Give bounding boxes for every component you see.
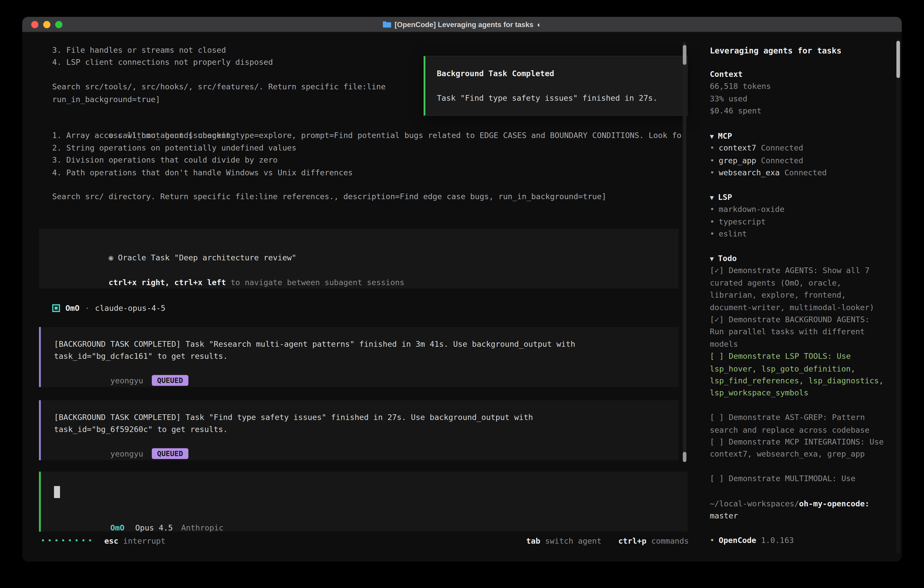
checkbox-checked-icon: [✓] — [710, 315, 724, 324]
chat-scrollbar[interactable] — [683, 42, 686, 462]
workspace-branch: master — [710, 510, 894, 522]
bullet-icon: • — [710, 536, 714, 545]
esc-key-label: interrupt — [123, 536, 165, 545]
todo-item-pending: [ ]Demonstrate MULTIMODAL: Use — [710, 473, 888, 485]
checkbox-empty-icon: [ ] — [710, 352, 724, 361]
oracle-hint-keys: ctrl+x right, ctrl+x left — [109, 278, 226, 287]
sidebar-scrollbar-thumb[interactable] — [896, 41, 900, 78]
todo-item-pending: [ ]Demonstrate AST-GREP: Pattern search … — [710, 412, 888, 436]
message-text-line: [BACKGROUND TASK COMPLETED] Task "Find t… — [54, 411, 679, 424]
message-text-line: task_id="bg_6f59260c" to get results. — [54, 424, 679, 436]
mcp-item: •grep_app Connected — [710, 155, 827, 167]
tool-call-line — [52, 179, 686, 191]
prompt-input[interactable]: OmOOpus 4.5Anthropic — [39, 472, 688, 532]
todo-item-active: [ ]Demonstrate LSP TOOLS: Use lsp_hover,… — [710, 351, 888, 400]
todo-section: ▼Todo [✓]Demonstrate AGENTS: Show all 7 … — [710, 253, 888, 485]
context-section: Context 66,518 tokens 33% used $0.46 spe… — [710, 68, 771, 117]
context-tokens: 66,518 tokens — [710, 81, 771, 93]
scrollback-line: 3. File handles or streams not closed — [52, 45, 386, 57]
minimize-window-button[interactable] — [43, 21, 51, 28]
todo-item-done: [✓]Demonstrate AGENTS: Show all 7 curate… — [710, 265, 888, 314]
lsp-item: •markdown-oxide — [710, 204, 784, 216]
context-used: 33% used — [710, 93, 771, 105]
app-version: 1.0.163 — [761, 536, 794, 545]
message-author: yeongyu — [110, 376, 143, 385]
oracle-task-icon: ◉ — [109, 254, 113, 263]
agent-separator: · — [85, 303, 89, 312]
sidebar-scrollbar[interactable] — [896, 38, 900, 553]
tab-key-hint: tab — [526, 536, 540, 545]
mcp-section-heading[interactable]: ▼MCP — [710, 130, 827, 142]
app-name: OpenCode — [719, 536, 756, 545]
todo-section-heading[interactable]: ▼Todo — [710, 253, 888, 265]
oracle-task-title-line: ◉ Oracle Task "Deep architecture review" — [52, 240, 679, 253]
agent-name: OmO — [66, 303, 79, 312]
oracle-hint-text: to navigate between subagent sessions — [226, 278, 404, 287]
tool-call-line: 4. Path operations that don't handle Win… — [52, 167, 686, 179]
checkbox-checked-icon: [✓] — [710, 266, 724, 275]
working-spinner-icon: •••••••• — [41, 537, 94, 545]
sidebar: Leveraging agents for tasks Context 66,5… — [701, 33, 902, 561]
chevron-down-icon: ▼ — [710, 255, 714, 263]
zoom-window-button[interactable] — [55, 21, 63, 28]
status-left: •••••••• esc interrupt — [41, 536, 165, 545]
titlebar[interactable]: [OpenCode] Leveraging agents for tasks ◐ — [22, 17, 902, 33]
mcp-item: •context7 Connected — [710, 142, 827, 155]
chat-scrollbar-thumb[interactable] — [683, 452, 686, 462]
agent-icon — [52, 304, 60, 312]
todo-item-pending: [ ]Demonstrate MCP INTEGRATIONS: Use con… — [710, 436, 888, 461]
scrollback: 3. File handles or streams not closed 4.… — [52, 45, 386, 106]
screen: [OpenCode] Leveraging agents for tasks ◐… — [0, 0, 924, 588]
message-card: [BACKGROUND TASK COMPLETED] Task "Find t… — [39, 400, 679, 460]
scrollback-line: Search src/tools/, src/hooks/, src/featu… — [52, 81, 386, 93]
workspace-info: ~/local-workspaces/oh-my-opencode: maste… — [710, 498, 894, 522]
tool-call-line: Search src/ directory. Return specific f… — [52, 191, 686, 203]
queued-badge: QUEUED — [152, 448, 188, 459]
version-info: •OpenCode 1.0.163 — [710, 535, 794, 547]
status-right: tab switch agent ctrl+p commands — [526, 536, 689, 545]
chevron-down-icon: ▼ — [710, 194, 714, 202]
window-title: [OpenCode] Leveraging agents for tasks ◐ — [383, 20, 541, 28]
bullet-icon: • — [710, 156, 714, 165]
queued-badge: QUEUED — [152, 375, 188, 386]
tool-call-line: 2. String operations on potentially unde… — [52, 142, 686, 154]
window-controls — [31, 21, 62, 28]
input-provider-name: Anthropic — [181, 524, 223, 532]
scrollback-line: 4. LSP client connections not properly d… — [52, 57, 386, 69]
esc-key-hint: esc — [104, 536, 119, 545]
checkbox-empty-icon: [ ] — [710, 438, 724, 447]
oracle-navigation-hint: ctrl+x right, ctrl+x left to navigate be… — [52, 264, 679, 277]
tool-call-line: 3. Division operations that could divide… — [52, 154, 686, 167]
message-card: [BACKGROUND TASK COMPLETED] Task "Resear… — [39, 327, 679, 387]
message-text-line: task_id="bg_dcfac161" to get results. — [54, 351, 679, 363]
ctrlp-key-label: commands — [651, 536, 689, 545]
tab-key-label: switch agent — [545, 536, 601, 545]
mcp-section: ▼MCP •context7 Connected •grep_app Conne… — [710, 130, 827, 179]
oracle-task-panel[interactable]: ◉ Oracle Task "Deep architecture review"… — [39, 228, 679, 289]
message-meta-line: yeongyuQUEUED — [54, 363, 679, 375]
checkbox-empty-icon: [ ] — [710, 413, 724, 422]
input-model-name: Opus 4.5 — [135, 524, 173, 532]
background-task-toast[interactable]: Background Task Completed Task "Find typ… — [424, 56, 688, 116]
close-window-button[interactable] — [31, 21, 38, 28]
lsp-section-heading[interactable]: ▼LSP — [710, 192, 784, 204]
checkbox-empty-icon: [ ] — [710, 474, 724, 483]
context-spent: $0.46 spent — [710, 105, 771, 117]
toast-title: Background Task Completed — [437, 68, 687, 80]
bullet-icon: • — [710, 168, 714, 177]
agent-model: claude-opus-4-5 — [95, 303, 165, 312]
todo-item-done: [✓]Demonstrate BACKGROUND AGENTS: Run pa… — [710, 314, 888, 351]
text-cursor — [54, 486, 60, 498]
lsp-item: •eslint — [710, 228, 784, 240]
bullet-icon: • — [710, 144, 714, 153]
bullet-icon: • — [710, 205, 714, 214]
message-meta-line: yeongyuQUEUED — [54, 436, 679, 448]
model-selector[interactable]: OmOOpus 4.5Anthropic — [54, 510, 223, 522]
lsp-item: •typescript — [710, 216, 784, 228]
window-title-text: [OpenCode] Leveraging agents for tasks — [395, 20, 534, 28]
workspace-path: ~/local-workspaces/ — [710, 499, 799, 509]
mcp-item: •websearch_exa Connected — [710, 167, 827, 179]
chat-scrollbar-thumb-top[interactable] — [683, 45, 686, 65]
context-heading: Context — [710, 68, 771, 81]
toast-body: Task "Find type safety issues" finished … — [437, 92, 687, 105]
